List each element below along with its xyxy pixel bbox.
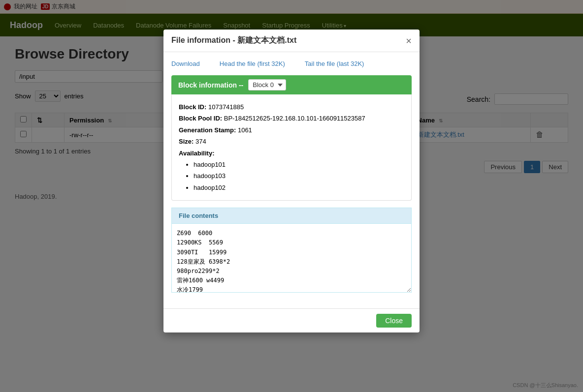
availability-label: Availability: [179,150,214,157]
head-file-link[interactable]: Head the file (first 32K) [220,60,285,67]
modal-close-button[interactable]: × [406,36,412,46]
availability-list: hadoop101 hadoop103 hadoop102 [194,159,404,193]
modal-links: Download Head the file (first 32K) Tail … [171,60,412,67]
modal-header: File information - 新建文本文档.txt × [163,30,420,52]
block-pool-label: Block Pool ID: [179,115,222,122]
modal-title: File information - 新建文本文档.txt [171,35,296,46]
availability-node-1: hadoop101 [194,159,404,170]
block-pool-row: Block Pool ID: BP-1842512625-192.168.10.… [179,113,404,124]
modal: File information - 新建文本文档.txt × Download… [163,30,420,210]
tail-file-link[interactable]: Tail the file (last 32K) [305,60,364,67]
size-value: 374 [195,138,206,145]
download-link[interactable]: Download [171,60,200,67]
availability-node-3: hadoop102 [194,182,404,193]
modal-overlay: File information - 新建文本文档.txt × Download… [0,0,583,210]
gen-stamp-row: Generation Stamp: 1061 [179,124,404,136]
block-details: Block ID: 1073741885 Block Pool ID: BP-1… [171,94,412,201]
block-info-header: Block information -- Block 0 [171,75,412,94]
file-contents-header: File contents [171,208,412,210]
block-id-value: 1073741885 [208,103,244,111]
availability-node-2: hadoop103 [194,170,404,181]
block-select[interactable]: Block 0 [248,79,286,90]
size-label: Size: [179,138,194,145]
availability-row: Availability: hadoop101 hadoop103 hadoop… [179,148,404,194]
gen-stamp-value: 1061 [238,126,252,134]
size-row: Size: 374 [179,136,404,147]
gen-stamp-label: Generation Stamp: [179,126,236,134]
block-id-row: Block ID: 1073741885 [179,101,404,113]
modal-body: Download Head the file (first 32K) Tail … [163,52,420,210]
block-info-label: Block information -- [178,81,243,89]
block-pool-value: BP-1842512625-192.168.10.101-16609115235… [224,115,365,122]
block-id-label: Block ID: [179,103,206,111]
